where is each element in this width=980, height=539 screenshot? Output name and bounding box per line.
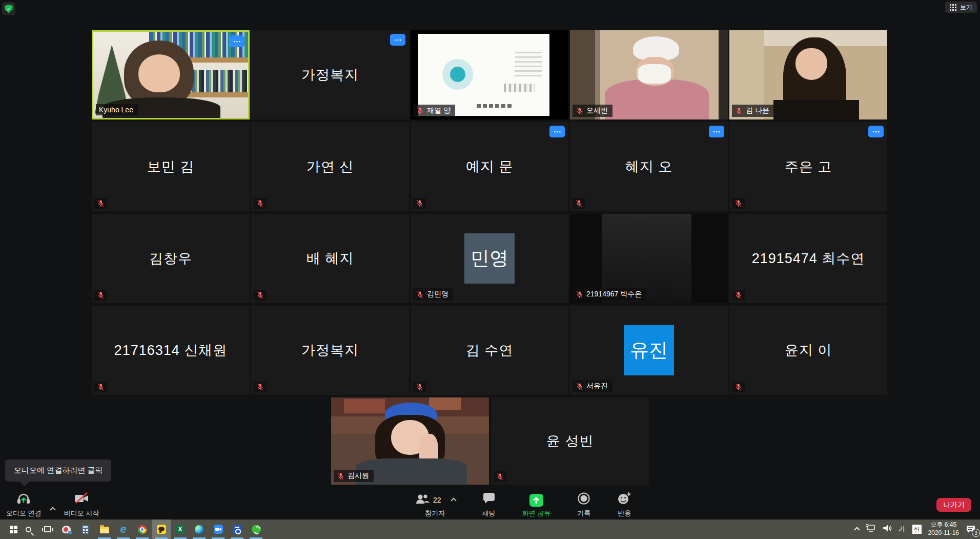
participant-name-label: 21914967 박수은 [573, 288, 646, 301]
taskbar-app-kakaotalk[interactable] [152, 520, 171, 539]
taskbar-app-excel[interactable]: X [171, 520, 190, 539]
internet-explorer-icon: e [120, 525, 126, 534]
avatar: 유진 [624, 325, 674, 375]
participant-name-label: 김민영 [413, 288, 453, 301]
participant-tile[interactable]: 가정복지 [251, 306, 409, 395]
start-video-button[interactable]: 비디오 시작 [62, 489, 101, 518]
taskbar-app-task-view[interactable] [38, 520, 57, 539]
more-options-button[interactable]: ⋯ [868, 126, 884, 137]
leave-label: 나가기 [943, 501, 965, 509]
zoom-meeting-window: ✓ 보기 ⋯Kyuho Lee가정복지⋯재열 양오세빈김 나윤보민 김가연 신예… [0, 0, 980, 539]
participant-tile[interactable]: 가정복지⋯ [251, 30, 409, 119]
participant-tile[interactable]: 예지 문⋯ [411, 122, 568, 211]
calculator-icon [82, 525, 89, 534]
participant-name-label [732, 290, 745, 301]
participant-name-label [732, 198, 745, 209]
participant-tile[interactable]: 혜지 오⋯ [570, 122, 728, 211]
muted-mic-icon [97, 199, 105, 207]
taskbar-app-internet-explorer[interactable]: e [114, 520, 133, 539]
participant-tile[interactable]: 배 혜지 [251, 214, 409, 303]
reactions-label: 반응 [618, 509, 631, 518]
hancom-office-icon [233, 525, 241, 534]
participant-tile[interactable]: 가연 신 [251, 122, 409, 211]
leave-meeting-button[interactable]: 나가기 [936, 498, 971, 512]
start-video-label: 비디오 시작 [64, 509, 99, 518]
participant-name-label [573, 198, 585, 209]
connect-audio-button[interactable]: 오디오 연결 [4, 489, 44, 518]
screen-recorder-icon [62, 526, 71, 533]
zoom-toolbar: 오디오 연결 비디오 시작 [0, 487, 980, 520]
taskbar-app-screen-recorder[interactable] [57, 520, 76, 539]
participant-tile[interactable]: 김창우 [92, 214, 250, 303]
participant-name: 보민 김 [92, 122, 250, 211]
muted-mic-icon [256, 199, 264, 207]
taskbar-app-green-app[interactable] [247, 520, 266, 539]
record-button[interactable]: 기록 [575, 489, 593, 518]
participant-name: 주은 고 [729, 122, 887, 211]
taskbar-app-edge[interactable] [190, 520, 209, 539]
more-options-button[interactable]: ⋯ [229, 35, 244, 47]
tray-time: 오후 6:45 [930, 521, 956, 528]
participant-tile[interactable]: 오세빈 [570, 30, 728, 119]
muted-mic-icon [256, 291, 264, 299]
start-icon [6, 526, 13, 533]
taskbar-app-calculator[interactable] [76, 520, 95, 539]
network-icon[interactable] [866, 524, 876, 534]
participant-tile[interactable]: 재열 양 [411, 30, 568, 119]
reactions-button[interactable]: 반응 [615, 489, 634, 518]
taskbar-app-file-explorer[interactable] [95, 520, 114, 539]
muted-mic-icon [575, 199, 583, 207]
taskbar-clock[interactable]: 오후 6:45 2020-11-16 [928, 521, 959, 537]
view-button[interactable]: 보기 [945, 2, 977, 13]
participant-tile[interactable]: 윤지 이 [729, 306, 887, 395]
participant-tile[interactable]: 김 수연 [411, 306, 568, 395]
muted-mic-icon [337, 472, 344, 480]
windows-taskbar: eX 가 한 오후 6:45 2020-11-16 [0, 520, 980, 539]
ime-hangul-indicator[interactable]: 한 [912, 525, 922, 534]
participant-tile[interactable]: 윤 성빈 [491, 397, 649, 485]
participant-label-text: 김 나윤 [746, 106, 769, 115]
muted-mic-icon [416, 199, 423, 207]
audio-tooltip-text: 오디오에 연결하려면 클릭 [14, 466, 103, 474]
participant-tile[interactable]: 김시원 [331, 397, 489, 485]
participant-tile[interactable]: 주은 고⋯ [729, 122, 887, 211]
green-app-icon [252, 525, 261, 534]
muted-mic-icon [496, 473, 504, 481]
participant-name-label [94, 198, 107, 209]
participant-name: 가정복지 [251, 30, 409, 119]
more-options-button[interactable]: ⋯ [709, 126, 724, 137]
taskbar-app-start[interactable] [0, 520, 19, 539]
participant-tile[interactable]: 21915474 최수연 [729, 214, 887, 303]
participant-tile[interactable]: ⋯Kyuho Lee [92, 30, 250, 119]
hidden-icons-chevron[interactable] [854, 527, 860, 532]
participant-tile[interactable]: 민영김민영 [411, 214, 568, 303]
participant-tile[interactable]: 21914967 박수은 [570, 214, 728, 303]
participant-name: 윤 성빈 [491, 397, 649, 485]
participant-tile[interactable]: 21716314 신채원 [92, 306, 250, 395]
taskbar-app-search[interactable] [19, 520, 38, 539]
participants-caret[interactable] [451, 497, 456, 503]
security-shield-icon[interactable]: ✓ [2, 2, 15, 15]
volume-icon[interactable] [883, 524, 892, 534]
more-options-button[interactable]: ⋯ [549, 126, 565, 137]
participant-tile[interactable]: 보민 김 [92, 122, 250, 211]
muted-mic-icon [576, 291, 583, 298]
participant-label-text: 서유진 [586, 382, 608, 391]
participant-tile[interactable]: 김 나윤 [729, 30, 887, 119]
taskbar-app-chrome[interactable] [133, 520, 152, 539]
participant-tile[interactable]: 유진서유진 [570, 306, 728, 395]
record-label: 기록 [577, 509, 590, 518]
participants-button[interactable]: 22 참가자 [413, 489, 458, 518]
ime-korean-indicator[interactable]: 가 [899, 525, 906, 534]
avatar: 민영 [464, 233, 515, 284]
participant-name: 김 수연 [411, 306, 568, 395]
more-options-button[interactable]: ⋯ [390, 34, 405, 46]
participant-name-label [254, 290, 267, 301]
share-screen-button[interactable]: 화면 공유 [520, 489, 553, 518]
audio-options-caret[interactable] [50, 507, 55, 512]
notification-center-icon[interactable]: 3 [966, 525, 976, 534]
chat-button[interactable]: 채팅 [480, 489, 498, 518]
taskbar-app-hancom-office[interactable] [228, 520, 247, 539]
taskbar-app-zoom[interactable] [209, 520, 228, 539]
muted-mic-icon [734, 383, 742, 391]
